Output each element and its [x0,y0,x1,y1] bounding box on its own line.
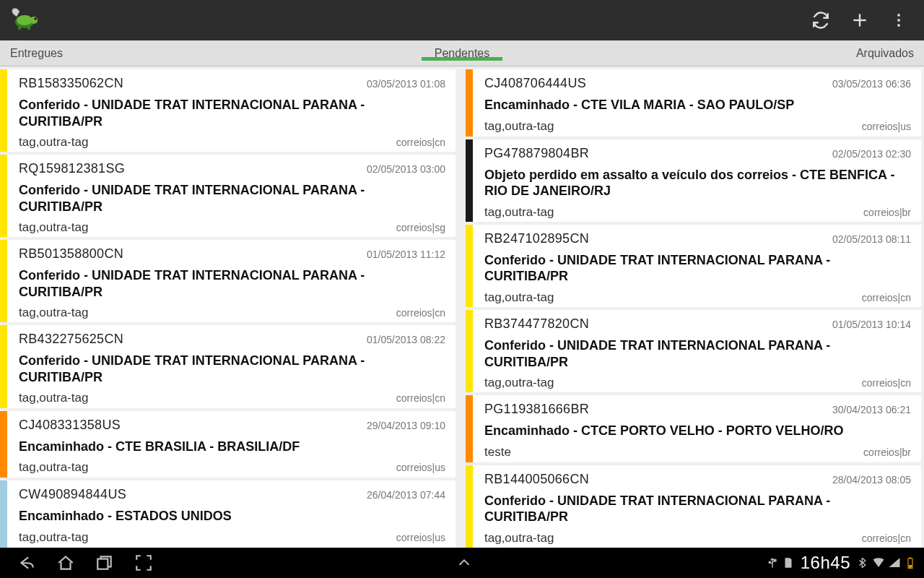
status-text: Conferido - UNIDADE TRAT INTERNACIONAL P… [19,182,445,215]
svg-rect-11 [97,559,108,569]
package-card[interactable]: CJ408706444US03/05/2013 06:36Encaminhado… [466,69,921,137]
tags: tag,outra-tag [19,391,88,405]
status-text: Conferido - UNIDADE TRAT INTERNACIONAL P… [19,267,445,300]
tab-indicator [422,57,502,61]
svg-rect-9 [897,19,899,21]
package-card[interactable]: RB158335062CN03/05/2013 01:08Conferido -… [0,69,456,152]
status-stripe [0,411,7,478]
sdcard-icon [782,556,795,569]
column-right: CJ408706444US03/05/2013 06:36Encaminhado… [466,69,921,548]
home-button[interactable] [46,548,85,578]
carrier-label: correios|cn [862,377,911,389]
back-button[interactable] [7,548,46,578]
turtle-icon [9,6,38,35]
tags: tag,outra-tag [484,205,554,220]
status-text: Objeto perdido em assalto a veículo dos … [484,167,911,199]
refresh-button[interactable] [801,1,840,40]
tracking-code: CJ408331358US [19,418,121,433]
svg-point-3 [35,18,37,20]
screenshot-button[interactable] [124,548,163,578]
tags: teste [484,445,511,460]
carrier-label: correios|cn [862,292,911,303]
tags: tag,outra-tag [484,290,554,305]
status-text: Encaminhado - CTE BRASILIA - BRASILIA/DF [19,439,445,455]
event-date: 01/05/2013 10:14 [832,319,911,330]
package-card[interactable]: RQ159812381SG02/05/2013 03:00Conferido -… [0,155,456,237]
package-card[interactable]: RB247102895CN02/05/2013 08:11Conferido -… [466,225,921,307]
status-text: Conferido - UNIDADE TRAT INTERNACIONAL P… [19,353,445,385]
card-body: RB158335062CN03/05/2013 01:08Conferido -… [7,69,456,152]
tags: tag,outra-tag [19,220,88,235]
status-stripe [0,240,7,322]
tags: tag,outra-tag [19,306,88,320]
package-card[interactable]: PG478879804BR02/05/2013 02:30Objeto perd… [466,139,921,222]
tracking-code: RB247102895CN [484,231,589,246]
tab-arquivados[interactable]: Arquivados [856,47,914,59]
tab-entregues[interactable]: Entregues [10,47,63,59]
add-button[interactable] [840,1,879,40]
card-body: RB374477820CN01/05/2013 10:14Conferido -… [473,310,921,392]
package-card[interactable]: CW490894844US26/04/2013 07:44Encaminhado… [0,480,456,548]
status-stripe [466,139,473,222]
tags: tag,outra-tag [484,376,554,390]
home-icon [56,553,75,572]
event-date: 02/05/2013 03:00 [367,163,445,175]
svg-point-12 [769,561,770,563]
status-tray[interactable]: 16h45 [766,553,917,573]
signal-icon [888,556,901,569]
recents-icon [95,553,114,572]
card-body: CJ408706444US03/05/2013 06:36Encaminhado… [473,69,921,137]
overflow-menu-button[interactable] [879,1,918,40]
event-date: 01/05/2013 11:12 [367,249,445,260]
package-card[interactable]: PG119381666BR30/04/2013 06:21Encaminhado… [466,395,921,462]
tracking-code: RB432275625CN [19,332,123,347]
event-date: 01/05/2013 08:22 [367,334,445,345]
tab-bar: Entregues Pendentes Arquivados [0,40,924,66]
tracking-code: PG119381666BR [484,402,589,417]
status-text: Conferido - UNIDADE TRAT INTERNACIONAL P… [484,337,911,370]
column-left: RB158335062CN03/05/2013 01:08Conferido -… [0,69,456,548]
event-date: 26/04/2013 07:44 [367,489,445,501]
expand-icon[interactable] [456,555,472,571]
carrier-label: correios|us [862,121,911,132]
card-body: PG119381666BR30/04/2013 06:21Encaminhado… [473,395,921,462]
status-stripe [0,325,7,407]
status-text: Conferido - UNIDADE TRAT INTERNACIONAL P… [19,97,445,129]
card-body: RB501358800CN01/05/2013 11:12Conferido -… [7,240,456,322]
card-body: RB144005066CN28/04/2013 08:05Conferido -… [473,465,921,548]
tags: tag,outra-tag [19,530,88,545]
svg-rect-16 [909,565,912,568]
status-text: Encaminhado - CTCE PORTO VELHO - PORTO V… [484,423,911,439]
carrier-label: correios|cn [396,392,445,404]
package-card[interactable]: CJ408331358US29/04/2013 09:10Encaminhado… [0,411,456,478]
refresh-icon [811,11,830,30]
tracking-code: RB501358800CN [19,246,123,262]
event-date: 29/04/2013 09:10 [367,420,445,431]
event-date: 28/04/2013 08:05 [832,474,911,486]
battery-icon [904,556,917,569]
status-stripe [466,310,473,392]
svg-rect-15 [910,558,912,559]
tracking-code: RB374477820CN [484,316,589,332]
carrier-label: correios|us [396,532,445,543]
package-card[interactable]: RB374477820CN01/05/2013 10:14Conferido -… [466,310,921,392]
event-date: 03/05/2013 01:08 [367,78,445,90]
wifi-icon [872,556,885,569]
app-icon[interactable] [6,3,40,38]
status-text: Encaminhado - CTE VILA MARIA - SAO PAULO… [484,97,911,113]
package-card[interactable]: RB432275625CN01/05/2013 08:22Conferido -… [0,325,456,407]
usb-icon [766,556,779,569]
carrier-label: correios|cn [396,307,445,319]
back-icon [17,553,36,572]
package-card[interactable]: RB501358800CN01/05/2013 11:12Conferido -… [0,240,456,322]
recents-button[interactable] [85,548,124,578]
carrier-label: correios|sg [396,222,445,233]
tracking-code: RQ159812381SG [19,161,125,176]
card-body: CJ408331358US29/04/2013 09:10Encaminhado… [7,411,456,478]
card-body: RB432275625CN01/05/2013 08:22Conferido -… [7,325,456,407]
event-date: 03/05/2013 06:36 [832,78,911,90]
carrier-label: correios|br [863,207,911,218]
event-date: 02/05/2013 08:11 [832,233,911,245]
package-card[interactable]: RB144005066CN28/04/2013 08:05Conferido -… [466,465,921,548]
event-date: 30/04/2013 06:21 [832,404,911,415]
